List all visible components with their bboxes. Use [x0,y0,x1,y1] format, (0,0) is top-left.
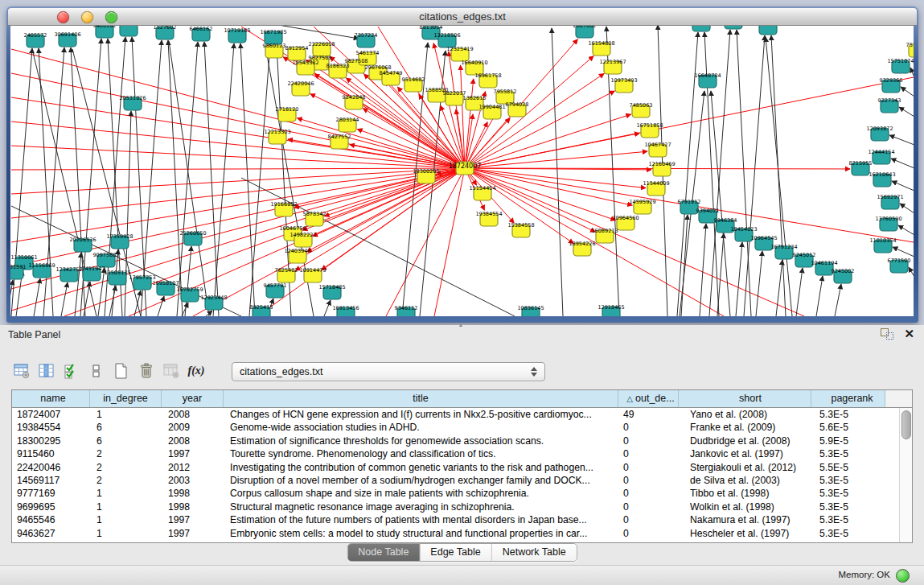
graph-node-label: 25260650 [179,230,206,237]
column-header-short[interactable]: short [679,390,811,407]
table-panel-title: Table Panel [8,329,60,340]
graph-node-label: 16961758 [474,72,501,79]
graph-node-label: 19384554 [475,211,502,217]
rows-icon[interactable] [88,362,105,380]
column-header-year[interactable]: year [162,390,224,407]
graph-node-label: 23226058 [308,41,335,47]
table-cell: Changes of HCN gene expression and I(f) … [224,408,618,421]
graph-node-label: 16751858 [636,122,663,129]
table-row[interactable]: 946362711997Embryonic stem cells: a mode… [12,527,900,540]
table-row[interactable]: 1456911722003Disruption of a novel membe… [12,474,900,487]
table-row[interactable]: 977716911998Corpus callosum shape and si… [12,487,900,500]
memory-status-label: Memory: OK [838,570,890,579]
graph-node-label: 12213303 [264,129,290,135]
table-row[interactable]: 1872400712008Changes of HCN gene express… [12,408,900,421]
table-selector-dropdown[interactable]: citations_edges.txt [232,362,545,381]
graph-node-label: 5878342 [303,211,326,217]
column-header-out-de-[interactable]: △out_de... [618,390,679,407]
graph-edge-black [158,296,164,316]
graph-edge-black [125,111,131,316]
table-cell: 5.3E-5 [811,408,885,421]
graph-node-label: 18454023 [730,226,757,233]
graph-node[interactable] [725,26,742,29]
maximize-window-button[interactable] [105,11,117,23]
table-mode-icon[interactable] [13,362,31,380]
graph-edge-black [717,233,724,316]
graph-node-label: 6791912 [678,199,701,205]
table-cell: 0 [618,487,679,500]
table-cell: Disruption of a novel member of a sodium… [224,474,618,487]
graph-edge-red [11,97,465,168]
tab-edge-table[interactable]: Edge Table [420,544,491,561]
node-table: namein_degreeyeartitle△out_de...shortpag… [11,389,913,543]
graph-node-label: 10653287 [115,26,142,27]
column-header-title[interactable]: title [224,390,618,407]
table-row[interactable]: 1938455462009Genome-wide association stu… [12,421,900,434]
header-filler [885,390,912,407]
new-column-icon[interactable] [113,362,130,380]
graph-node[interactable] [759,26,777,35]
table-row[interactable]: 2242004622012Investigating the contribut… [12,461,900,474]
table-tabs: Node TableEdge TableNetwork Table [347,543,577,562]
tab-node-table[interactable]: Node Table [347,544,420,561]
graph-node-label: 14982221 [290,232,316,238]
table-cell: Tourette syndrome. Phenomenology and cla… [224,447,618,460]
table-row[interactable]: 1830029562008Estimation of significance … [12,435,900,447]
network-canvas[interactable]: 1872400724055723069140694661621065328715… [10,26,914,316]
close-window-button[interactable] [57,11,69,23]
float-panel-icon[interactable] [881,328,893,340]
graph-node-label: 10973493 [610,77,637,84]
graph-edge-red [11,168,465,194]
graph-edge-black [893,247,914,257]
graph-node-label: 16046756 [279,225,306,232]
graph-edge-red [434,168,465,316]
function-builder-icon[interactable]: f(x) [187,362,205,380]
graph-node-label: 8925413 [250,304,273,311]
graph-node-label: 3931591 [10,264,26,270]
minimize-window-button[interactable] [81,11,93,23]
close-panel-icon[interactable]: ✕ [904,327,914,341]
window-titlebar[interactable]: citations_edges.txt [8,8,917,26]
column-header-name[interactable]: name [12,390,90,407]
graph-node-label: 16958107 [152,280,179,286]
table-body: 1872400712008Changes of HCN gene express… [12,408,900,542]
table-selector-value: citations_edges.txt [232,366,527,377]
graph-node-label: 15692971 [877,194,903,200]
graph-node-label: 16210643 [869,171,895,178]
split-divider-grip[interactable]: ▲ [455,323,466,328]
tab-network-table[interactable]: Network Table [492,544,577,561]
table-cell: 0 [618,513,679,526]
graph-node-label: 9329366 [880,77,903,84]
table-cell: 6 [90,421,162,434]
table-row[interactable]: 911546021997Tourette syndrome. Phenomeno… [12,447,900,460]
table-cell: de Silva et al. (2003) [679,474,811,487]
graph-node-label: 12918465 [598,304,624,311]
graph-node-label: 9946384 [714,217,737,224]
table-cell: Estimation of significance thresholds fo… [224,435,618,447]
scrollbar-thumb[interactable] [901,410,911,439]
vertical-scrollbar[interactable] [899,408,912,542]
graph-node-label: 11156869 [28,262,55,269]
graph-node-label: 10836145 [517,305,544,311]
table-cell: 1998 [162,487,224,500]
graph-node-label: 12923448 [200,295,227,301]
graph-node-label: 10543382 [292,60,318,66]
column-header-in-degree[interactable]: in_degree [90,390,162,407]
table-header-row: namein_degreeyeartitle△out_de...shortpag… [12,390,912,408]
table-cell: 9699695 [12,501,90,513]
column-header-pagerank[interactable]: pagerank [811,390,885,407]
table-cell: 0 [618,447,679,460]
graph-node-label: 9227343 [878,97,901,104]
table-cell: 5.5E-5 [811,461,885,474]
column-show-icon[interactable] [38,362,55,380]
delete-column-icon[interactable] [138,362,155,380]
table-row[interactable]: 946554611997Estimation of the future num… [12,513,900,526]
memory-status-icon[interactable] [896,569,910,583]
column-select-icon[interactable] [63,362,80,380]
graph-node-label: 13760590 [875,216,901,222]
delete-table-icon[interactable] [162,362,180,380]
table-row[interactable]: 969969511998Structural magnetic resonanc… [12,501,900,513]
graph-edge-black [891,159,914,168]
graph-node-label: 6466162 [190,26,213,32]
graph-node[interactable] [692,26,710,31]
